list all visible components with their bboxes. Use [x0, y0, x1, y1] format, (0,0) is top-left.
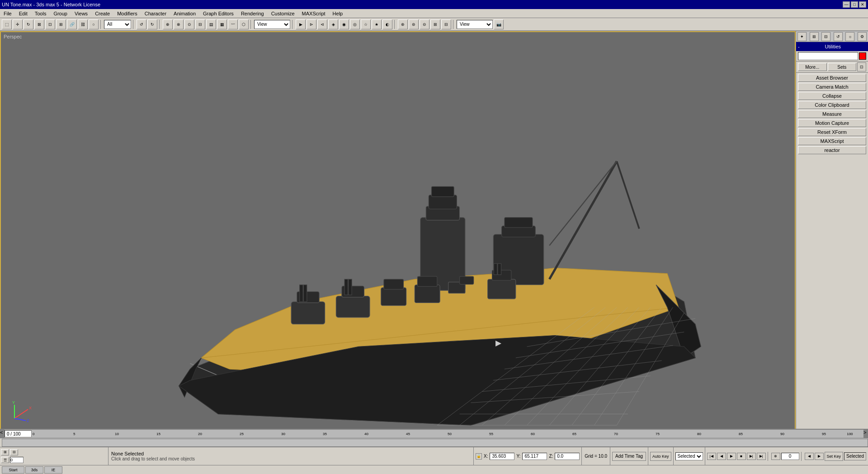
- tb-bind[interactable]: ○: [89, 19, 99, 29]
- tb-render4[interactable]: ◈: [328, 19, 338, 29]
- frame-input[interactable]: [10, 457, 24, 463]
- taskbar-3dsmax[interactable]: 3ds: [25, 466, 43, 474]
- menu-graph-editors[interactable]: Graph Editors: [199, 10, 237, 17]
- tb-undo[interactable]: ↺: [137, 19, 146, 29]
- timeline-right-arrow[interactable]: >: [863, 430, 868, 438]
- menu-help[interactable]: Help: [329, 10, 347, 17]
- x-coord[interactable]: 35.603: [490, 453, 514, 460]
- viewport[interactable]: Perspective: [0, 31, 796, 437]
- tb-anim3[interactable]: ⊝: [420, 19, 429, 29]
- color-clipboard-button[interactable]: Color Clipboard: [798, 101, 866, 109]
- asset-browser-button[interactable]: Asset Browser: [798, 74, 866, 82]
- animation-track[interactable]: [2, 439, 868, 447]
- panel-tab-utilities[interactable]: ⚙: [858, 32, 867, 41]
- menu-customize[interactable]: Customize: [268, 10, 298, 17]
- y-coord[interactable]: 65.117: [522, 453, 547, 460]
- tb-snap3[interactable]: ⊙: [184, 19, 194, 29]
- panel-tab-display[interactable]: ☼: [845, 32, 854, 41]
- tb-select[interactable]: ⬚: [2, 19, 12, 29]
- more-button[interactable]: More...: [798, 63, 827, 71]
- camera-match-button[interactable]: Camera Match: [798, 83, 866, 91]
- measure-button[interactable]: Measure: [798, 110, 866, 118]
- tb-render3[interactable]: ⊲: [317, 19, 327, 29]
- stop-button[interactable]: ■: [737, 453, 746, 460]
- menu-character[interactable]: Character: [141, 10, 170, 17]
- tb-render8[interactable]: ★: [372, 19, 382, 29]
- color-input[interactable]: [798, 52, 858, 60]
- maxscript-button[interactable]: MAXScript: [798, 137, 866, 145]
- add-time-tag-button[interactable]: Add Time Tag: [612, 452, 646, 461]
- status-icon-1[interactable]: ⊞: [1, 449, 9, 455]
- go-start-button[interactable]: |◀: [707, 453, 716, 460]
- menu-file[interactable]: File: [0, 10, 15, 17]
- selected-dropdown[interactable]: Selected: [675, 452, 703, 460]
- tb-render1[interactable]: ▶: [296, 19, 306, 29]
- panel-header-minus[interactable]: -: [798, 44, 800, 49]
- lock-button[interactable]: 🔒: [476, 453, 482, 460]
- util-icon[interactable]: ⊡: [857, 62, 866, 71]
- menu-tools[interactable]: Tools: [31, 10, 50, 17]
- tb-scale2[interactable]: ⊡: [45, 19, 55, 29]
- panel-tab-hierarchy[interactable]: ⊟: [821, 32, 830, 41]
- tb-anim2[interactable]: ⊜: [409, 19, 419, 29]
- menu-animation[interactable]: Animation: [170, 10, 199, 17]
- time-field[interactable]: [781, 453, 799, 460]
- panel-tab-create[interactable]: ✦: [797, 32, 807, 41]
- status-icon-3[interactable]: ☰: [1, 457, 9, 463]
- tb-curve[interactable]: 〰: [228, 19, 238, 29]
- tb-unlink[interactable]: ⛓: [78, 19, 88, 29]
- tb-anim4[interactable]: ⊞: [430, 19, 440, 29]
- reset-xform-button[interactable]: Reset XForm: [798, 128, 866, 136]
- tb-cam[interactable]: 📷: [494, 19, 504, 29]
- tb-redo[interactable]: ↻: [147, 19, 157, 29]
- tb-render2[interactable]: ⊳: [307, 19, 316, 29]
- tb-ref[interactable]: ⊞: [56, 19, 66, 29]
- tb-render7[interactable]: ☆: [361, 19, 371, 29]
- timeline-left-arrow[interactable]: <: [0, 430, 5, 438]
- tb-move[interactable]: ✛: [13, 19, 23, 29]
- key-mode-button[interactable]: ⊕: [771, 453, 780, 460]
- tb-layers[interactable]: ▦: [217, 19, 227, 29]
- status-icon-2[interactable]: ⊟: [10, 449, 18, 455]
- prev-key-button[interactable]: ◀: [805, 453, 814, 460]
- menu-create[interactable]: Create: [91, 10, 113, 17]
- menu-maxscript[interactable]: MAXScript: [298, 10, 329, 17]
- view-dropdown-2[interactable]: View: [457, 20, 493, 29]
- collapse-button[interactable]: Collapse: [798, 92, 866, 100]
- tb-rotate[interactable]: ↻: [24, 19, 33, 29]
- taskbar-ie[interactable]: IE: [44, 466, 62, 474]
- start-button[interactable]: Start: [2, 466, 24, 474]
- tb-render9[interactable]: ◐: [382, 19, 392, 29]
- play-button[interactable]: ▶: [727, 453, 736, 460]
- tb-render5[interactable]: ◉: [339, 19, 349, 29]
- next-key-button[interactable]: ▶: [815, 453, 824, 460]
- menu-views[interactable]: Views: [71, 10, 91, 17]
- color-swatch[interactable]: [859, 52, 866, 60]
- menu-group[interactable]: Group: [50, 10, 71, 17]
- tb-snap[interactable]: ⊕: [163, 19, 173, 29]
- menu-edit[interactable]: Edit: [15, 10, 31, 17]
- menu-modifiers[interactable]: Modifiers: [113, 10, 141, 17]
- menu-rendering[interactable]: Rendering: [237, 10, 268, 17]
- go-end-button[interactable]: ▶|: [757, 453, 766, 460]
- set-key-button[interactable]: Set Key: [825, 452, 844, 461]
- tb-snap2[interactable]: ⊗: [174, 19, 184, 29]
- tb-render6[interactable]: ◎: [350, 19, 360, 29]
- close-button[interactable]: ✕: [859, 1, 866, 8]
- reactor-button[interactable]: reactor: [798, 146, 866, 154]
- tb-mirror[interactable]: ⊟: [195, 19, 205, 29]
- tb-anim5[interactable]: ⊟: [441, 19, 451, 29]
- sets-button[interactable]: Sets: [828, 63, 857, 71]
- selection-filter[interactable]: All: [104, 20, 131, 29]
- prev-frame-button[interactable]: ◀: [717, 453, 726, 460]
- motion-capture-button[interactable]: Motion Capture: [798, 119, 866, 127]
- view-dropdown-1[interactable]: View: [254, 20, 290, 29]
- minimize-button[interactable]: —: [843, 1, 850, 8]
- tb-wire[interactable]: ⬡: [239, 19, 249, 29]
- tb-scale[interactable]: ⊠: [34, 19, 44, 29]
- next-frame-button[interactable]: ▶|: [747, 453, 756, 460]
- tb-link[interactable]: 🔗: [67, 19, 77, 29]
- time-display[interactable]: 0 / 100: [5, 430, 32, 437]
- tb-anim1[interactable]: ⊛: [398, 19, 408, 29]
- z-coord[interactable]: 0.0: [555, 453, 580, 460]
